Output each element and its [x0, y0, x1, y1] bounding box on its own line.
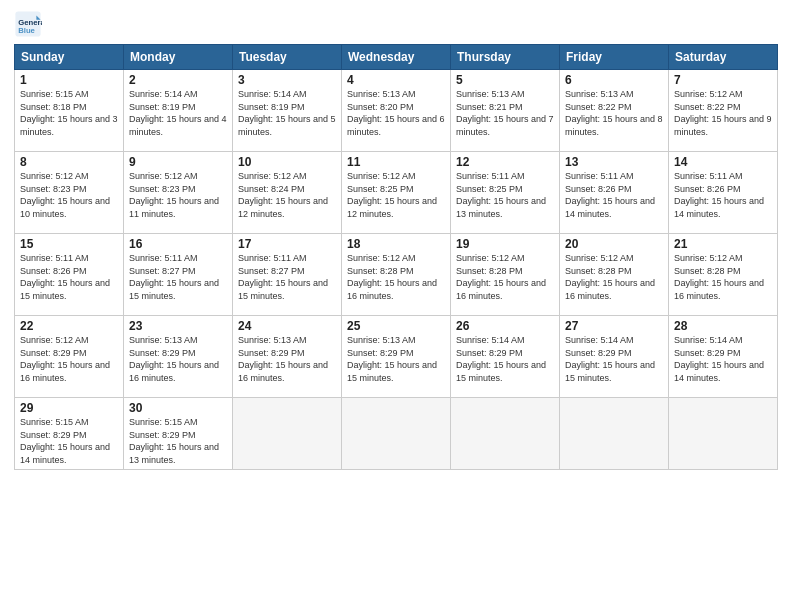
day-number: 15	[20, 237, 118, 251]
calendar-cell: 15 Sunrise: 5:11 AM Sunset: 8:26 PM Dayl…	[15, 234, 124, 316]
calendar-cell: 17 Sunrise: 5:11 AM Sunset: 8:27 PM Dayl…	[233, 234, 342, 316]
day-number: 8	[20, 155, 118, 169]
calendar-cell: 30 Sunrise: 5:15 AM Sunset: 8:29 PM Dayl…	[124, 398, 233, 470]
calendar-cell: 7 Sunrise: 5:12 AM Sunset: 8:22 PM Dayli…	[669, 70, 778, 152]
day-info: Sunrise: 5:11 AM Sunset: 8:26 PM Dayligh…	[565, 170, 663, 220]
day-info: Sunrise: 5:12 AM Sunset: 8:28 PM Dayligh…	[565, 252, 663, 302]
col-wednesday: Wednesday	[342, 45, 451, 70]
day-info: Sunrise: 5:11 AM Sunset: 8:25 PM Dayligh…	[456, 170, 554, 220]
col-monday: Monday	[124, 45, 233, 70]
day-info: Sunrise: 5:13 AM Sunset: 8:21 PM Dayligh…	[456, 88, 554, 138]
day-info: Sunrise: 5:12 AM Sunset: 8:28 PM Dayligh…	[456, 252, 554, 302]
day-number: 14	[674, 155, 772, 169]
calendar-cell: 12 Sunrise: 5:11 AM Sunset: 8:25 PM Dayl…	[451, 152, 560, 234]
day-number: 22	[20, 319, 118, 333]
day-number: 7	[674, 73, 772, 87]
col-friday: Friday	[560, 45, 669, 70]
day-info: Sunrise: 5:11 AM Sunset: 8:26 PM Dayligh…	[20, 252, 118, 302]
day-number: 13	[565, 155, 663, 169]
calendar-cell: 13 Sunrise: 5:11 AM Sunset: 8:26 PM Dayl…	[560, 152, 669, 234]
day-number: 19	[456, 237, 554, 251]
calendar-week-row: 15 Sunrise: 5:11 AM Sunset: 8:26 PM Dayl…	[15, 234, 778, 316]
day-info: Sunrise: 5:12 AM Sunset: 8:28 PM Dayligh…	[674, 252, 772, 302]
calendar-cell: 8 Sunrise: 5:12 AM Sunset: 8:23 PM Dayli…	[15, 152, 124, 234]
calendar-cell: 28 Sunrise: 5:14 AM Sunset: 8:29 PM Dayl…	[669, 316, 778, 398]
day-info: Sunrise: 5:11 AM Sunset: 8:27 PM Dayligh…	[238, 252, 336, 302]
calendar-week-row: 22 Sunrise: 5:12 AM Sunset: 8:29 PM Dayl…	[15, 316, 778, 398]
day-number: 26	[456, 319, 554, 333]
day-number: 23	[129, 319, 227, 333]
day-info: Sunrise: 5:14 AM Sunset: 8:19 PM Dayligh…	[129, 88, 227, 138]
calendar-week-row: 29 Sunrise: 5:15 AM Sunset: 8:29 PM Dayl…	[15, 398, 778, 470]
logo: General Blue	[14, 10, 46, 38]
day-number: 18	[347, 237, 445, 251]
day-number: 24	[238, 319, 336, 333]
day-info: Sunrise: 5:11 AM Sunset: 8:27 PM Dayligh…	[129, 252, 227, 302]
day-info: Sunrise: 5:13 AM Sunset: 8:22 PM Dayligh…	[565, 88, 663, 138]
day-number: 11	[347, 155, 445, 169]
day-info: Sunrise: 5:15 AM Sunset: 8:29 PM Dayligh…	[20, 416, 118, 466]
calendar-cell: 5 Sunrise: 5:13 AM Sunset: 8:21 PM Dayli…	[451, 70, 560, 152]
day-info: Sunrise: 5:15 AM Sunset: 8:29 PM Dayligh…	[129, 416, 227, 466]
calendar: Sunday Monday Tuesday Wednesday Thursday…	[14, 44, 778, 470]
calendar-cell	[451, 398, 560, 470]
calendar-cell	[560, 398, 669, 470]
day-number: 28	[674, 319, 772, 333]
calendar-cell: 4 Sunrise: 5:13 AM Sunset: 8:20 PM Dayli…	[342, 70, 451, 152]
calendar-cell: 25 Sunrise: 5:13 AM Sunset: 8:29 PM Dayl…	[342, 316, 451, 398]
day-info: Sunrise: 5:12 AM Sunset: 8:23 PM Dayligh…	[129, 170, 227, 220]
calendar-header-row: Sunday Monday Tuesday Wednesday Thursday…	[15, 45, 778, 70]
calendar-cell: 1 Sunrise: 5:15 AM Sunset: 8:18 PM Dayli…	[15, 70, 124, 152]
day-number: 9	[129, 155, 227, 169]
calendar-cell: 18 Sunrise: 5:12 AM Sunset: 8:28 PM Dayl…	[342, 234, 451, 316]
col-sunday: Sunday	[15, 45, 124, 70]
logo-icon: General Blue	[14, 10, 42, 38]
calendar-cell	[669, 398, 778, 470]
day-number: 16	[129, 237, 227, 251]
day-number: 12	[456, 155, 554, 169]
day-info: Sunrise: 5:14 AM Sunset: 8:29 PM Dayligh…	[565, 334, 663, 384]
calendar-cell: 29 Sunrise: 5:15 AM Sunset: 8:29 PM Dayl…	[15, 398, 124, 470]
calendar-cell: 10 Sunrise: 5:12 AM Sunset: 8:24 PM Dayl…	[233, 152, 342, 234]
day-number: 10	[238, 155, 336, 169]
day-info: Sunrise: 5:11 AM Sunset: 8:26 PM Dayligh…	[674, 170, 772, 220]
calendar-cell: 19 Sunrise: 5:12 AM Sunset: 8:28 PM Dayl…	[451, 234, 560, 316]
day-number: 3	[238, 73, 336, 87]
calendar-cell: 2 Sunrise: 5:14 AM Sunset: 8:19 PM Dayli…	[124, 70, 233, 152]
calendar-cell: 22 Sunrise: 5:12 AM Sunset: 8:29 PM Dayl…	[15, 316, 124, 398]
calendar-cell: 9 Sunrise: 5:12 AM Sunset: 8:23 PM Dayli…	[124, 152, 233, 234]
calendar-week-row: 1 Sunrise: 5:15 AM Sunset: 8:18 PM Dayli…	[15, 70, 778, 152]
calendar-cell: 3 Sunrise: 5:14 AM Sunset: 8:19 PM Dayli…	[233, 70, 342, 152]
day-info: Sunrise: 5:14 AM Sunset: 8:19 PM Dayligh…	[238, 88, 336, 138]
col-tuesday: Tuesday	[233, 45, 342, 70]
calendar-cell: 24 Sunrise: 5:13 AM Sunset: 8:29 PM Dayl…	[233, 316, 342, 398]
day-info: Sunrise: 5:13 AM Sunset: 8:29 PM Dayligh…	[238, 334, 336, 384]
page: General Blue Sunday Monday Tuesday Wedne…	[0, 0, 792, 612]
col-saturday: Saturday	[669, 45, 778, 70]
calendar-cell: 23 Sunrise: 5:13 AM Sunset: 8:29 PM Dayl…	[124, 316, 233, 398]
col-thursday: Thursday	[451, 45, 560, 70]
day-number: 27	[565, 319, 663, 333]
calendar-cell	[342, 398, 451, 470]
day-number: 20	[565, 237, 663, 251]
day-info: Sunrise: 5:14 AM Sunset: 8:29 PM Dayligh…	[456, 334, 554, 384]
calendar-cell: 21 Sunrise: 5:12 AM Sunset: 8:28 PM Dayl…	[669, 234, 778, 316]
calendar-cell: 11 Sunrise: 5:12 AM Sunset: 8:25 PM Dayl…	[342, 152, 451, 234]
calendar-week-row: 8 Sunrise: 5:12 AM Sunset: 8:23 PM Dayli…	[15, 152, 778, 234]
day-info: Sunrise: 5:13 AM Sunset: 8:29 PM Dayligh…	[347, 334, 445, 384]
calendar-cell: 20 Sunrise: 5:12 AM Sunset: 8:28 PM Dayl…	[560, 234, 669, 316]
day-number: 6	[565, 73, 663, 87]
day-number: 2	[129, 73, 227, 87]
day-info: Sunrise: 5:12 AM Sunset: 8:24 PM Dayligh…	[238, 170, 336, 220]
calendar-cell	[233, 398, 342, 470]
day-number: 4	[347, 73, 445, 87]
calendar-cell: 14 Sunrise: 5:11 AM Sunset: 8:26 PM Dayl…	[669, 152, 778, 234]
day-number: 21	[674, 237, 772, 251]
day-number: 30	[129, 401, 227, 415]
calendar-cell: 26 Sunrise: 5:14 AM Sunset: 8:29 PM Dayl…	[451, 316, 560, 398]
day-info: Sunrise: 5:13 AM Sunset: 8:20 PM Dayligh…	[347, 88, 445, 138]
header: General Blue	[14, 10, 778, 38]
day-number: 25	[347, 319, 445, 333]
calendar-cell: 6 Sunrise: 5:13 AM Sunset: 8:22 PM Dayli…	[560, 70, 669, 152]
day-info: Sunrise: 5:12 AM Sunset: 8:28 PM Dayligh…	[347, 252, 445, 302]
